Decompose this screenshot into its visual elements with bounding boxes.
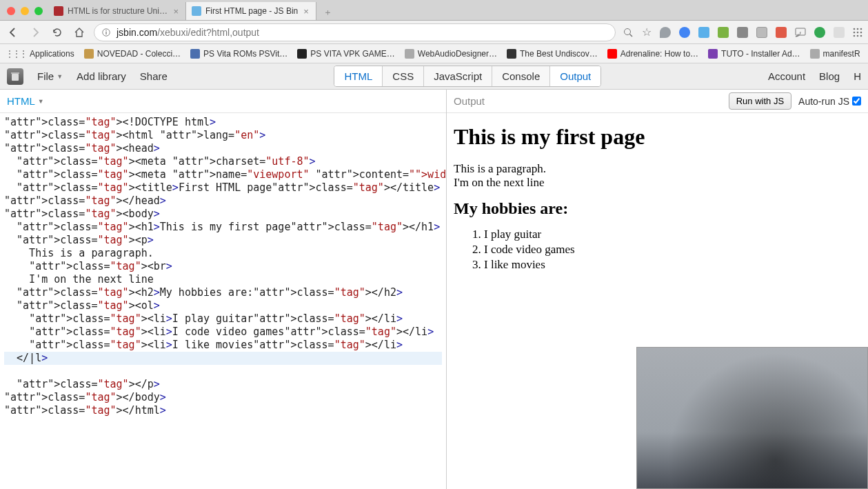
bookmark-label: The Best Undiscov… <box>520 49 598 59</box>
arrow-left-icon <box>8 27 19 38</box>
bookmarks-bar: ⋮⋮⋮ApplicationsNOVEDAD - Colecci…PS Vita… <box>0 44 868 63</box>
code-line[interactable]: "attr">class="tag"></body> <box>4 391 442 404</box>
bookmark-label: Adrenaline: How to… <box>620 49 698 59</box>
bookmark-item[interactable]: PS VITA VPK GAME… <box>297 49 394 59</box>
home-button[interactable] <box>72 25 87 40</box>
url-text: jsbin.com/xebuxi/edit?html,output <box>117 27 259 38</box>
output-list: I play guitarI code video gamesI like mo… <box>454 228 861 272</box>
code-line[interactable]: "attr">class="tag"><p> <box>4 234 442 247</box>
code-line[interactable]: "attr">class="tag"><html "attr">lang="en… <box>4 129 442 142</box>
extension-icon[interactable] <box>718 27 729 38</box>
bookmark-item[interactable]: The Best Undiscov… <box>507 49 598 59</box>
bookmark-favicon <box>708 49 718 59</box>
forward-button[interactable] <box>28 25 43 40</box>
code-line[interactable]: I'm on the next line <box>4 273 442 286</box>
arrow-right-icon <box>30 27 41 38</box>
maximize-window-button[interactable] <box>34 7 43 15</box>
code-line[interactable] <box>4 365 442 378</box>
editor-language-dropdown[interactable]: HTML▼ <box>7 95 44 107</box>
reload-button[interactable] <box>50 25 65 40</box>
svg-point-3 <box>625 28 631 34</box>
panel-tab-output[interactable]: Output <box>550 66 600 86</box>
extension-icon[interactable] <box>679 27 690 38</box>
code-line[interactable]: "attr">class="tag"></head> <box>4 194 442 208</box>
bin-icon <box>10 71 21 82</box>
code-line[interactable]: "attr">class="tag"><title>First HTML pag… <box>4 181 442 194</box>
home-icon <box>74 27 85 38</box>
output-pane-header: Output Run with JS Auto-run JS <box>447 90 868 113</box>
panel-tab-html[interactable]: HTML <box>334 66 383 86</box>
menu-icon[interactable] <box>853 28 862 37</box>
close-window-button[interactable] <box>7 7 15 15</box>
cast-icon[interactable] <box>795 28 806 37</box>
code-line[interactable]: "attr">class="tag"><h1>This is my first … <box>4 221 442 234</box>
list-item: I like movies <box>484 258 861 272</box>
code-line[interactable]: "attr">class="tag"><meta "attr">charset=… <box>4 155 442 168</box>
code-line[interactable]: This is a paragraph. <box>4 247 442 260</box>
code-line[interactable]: "attr">class="tag"><head> <box>4 142 442 155</box>
close-tab-icon[interactable]: × <box>172 6 180 17</box>
run-with-js-button[interactable]: Run with JS <box>729 92 791 110</box>
extension-icon[interactable] <box>698 27 709 38</box>
tab-title: HTML is for structure Unit | Ja <box>68 6 168 16</box>
list-item: I code video games <box>484 243 861 257</box>
extension-icon[interactable] <box>660 27 671 38</box>
site-info-icon[interactable] <box>101 28 111 37</box>
bookmark-label: TUTO - Installer Ad… <box>721 49 800 59</box>
star-icon[interactable]: ☆ <box>642 26 652 39</box>
panel-tab-css[interactable]: CSS <box>383 66 424 86</box>
svg-point-9 <box>854 31 856 33</box>
svg-point-7 <box>857 28 859 30</box>
code-line[interactable]: "attr">class="tag"><!DOCTYPE html> <box>4 116 442 129</box>
panel-tab-console[interactable]: Console <box>492 66 550 86</box>
close-tab-icon[interactable]: × <box>302 6 310 17</box>
code-line[interactable]: "attr">class="tag"><li>I play guitar"att… <box>4 312 442 326</box>
bookmark-label: Applications <box>30 49 74 59</box>
back-button[interactable] <box>6 25 21 40</box>
address-bar: jsbin.com/xebuxi/edit?html,output ☆ <box>0 21 868 44</box>
address-field[interactable]: jsbin.com/xebuxi/edit?html,output <box>94 23 616 41</box>
bookmark-item[interactable]: PS Vita ROMs PSVit… <box>190 49 287 59</box>
code-line[interactable]: "attr">class="tag"><li>I code video game… <box>4 326 442 339</box>
share-menu[interactable]: Share <box>140 70 168 82</box>
profile-icon[interactable] <box>814 27 825 38</box>
svg-line-4 <box>630 34 633 37</box>
auto-run-checkbox[interactable] <box>852 97 861 106</box>
help-link[interactable]: H <box>854 70 861 82</box>
code-line[interactable]: "attr">class="tag"><br> <box>4 260 442 273</box>
bookmark-item[interactable]: Adrenaline: How to… <box>607 49 698 59</box>
browser-tab-active[interactable]: First HTML page - JS Bin × <box>186 2 316 20</box>
panel-tab-javascript[interactable]: JavaScript <box>424 66 492 86</box>
output-h2: My hobbies are: <box>454 199 861 218</box>
account-link[interactable]: Account <box>768 70 805 82</box>
bookmark-item[interactable]: manifestR <box>810 49 860 59</box>
bookmark-item[interactable]: WebAudioDesigner… <box>405 49 497 59</box>
extension-icon[interactable] <box>834 27 845 38</box>
auto-run-toggle[interactable]: Auto-run JS <box>798 96 861 107</box>
code-line[interactable]: "attr">class="tag"><meta "attr">name="vi… <box>4 168 442 181</box>
browser-tab[interactable]: HTML is for structure Unit | Ja × <box>48 2 186 20</box>
code-line[interactable]: "attr">class="tag"><h2>My hobbies are:"a… <box>4 286 442 299</box>
code-line[interactable]: "attr">class="tag"><body> <box>4 208 442 221</box>
code-line[interactable]: </|l> <box>4 352 442 365</box>
jsbin-logo[interactable] <box>7 68 23 85</box>
bookmark-item[interactable]: NOVEDAD - Colecci… <box>84 49 181 59</box>
editor-pane-header: HTML▼ <box>0 90 446 113</box>
code-line[interactable]: "attr">class="tag"></html> <box>4 404 442 417</box>
code-line[interactable]: "attr">class="tag"><li>I like movies"att… <box>4 339 442 352</box>
minimize-window-button[interactable] <box>21 7 29 15</box>
extension-icon[interactable] <box>737 27 748 38</box>
zoom-icon[interactable] <box>623 27 634 38</box>
blog-link[interactable]: Blog <box>819 70 840 82</box>
video-overlay <box>636 347 868 489</box>
code-line[interactable]: "attr">class="tag"></p> <box>4 378 442 391</box>
code-editor[interactable]: "attr">class="tag"><!DOCTYPE html>"attr"… <box>0 113 446 489</box>
add-library-menu[interactable]: Add library <box>77 70 126 82</box>
bookmark-item[interactable]: TUTO - Installer Ad… <box>708 49 800 59</box>
extension-icon[interactable] <box>756 27 767 38</box>
bookmark-item[interactable]: ⋮⋮⋮Applications <box>6 49 74 59</box>
extension-icon[interactable] <box>776 27 787 38</box>
new-tab-button[interactable]: ＋ <box>319 5 337 20</box>
code-line[interactable]: "attr">class="tag"><ol> <box>4 299 442 312</box>
file-menu[interactable]: File▼ <box>37 70 63 82</box>
